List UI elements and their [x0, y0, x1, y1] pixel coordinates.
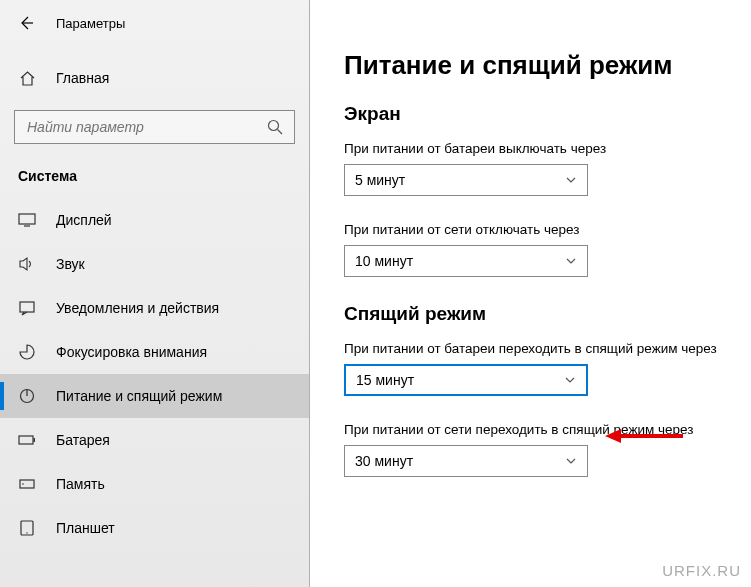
notifications-icon	[18, 299, 36, 317]
nav-label: Дисплей	[56, 212, 112, 228]
screen-plugged-label: При питании от сети отключать через	[344, 222, 751, 237]
sleep-plugged-label: При питании от сети переходить в спящий …	[344, 422, 751, 437]
nav-list: Дисплей Звук Уведомления и действия Фоку…	[0, 198, 309, 550]
battery-icon	[18, 431, 36, 449]
nav-label: Питание и спящий режим	[56, 388, 222, 404]
sidebar-item-display[interactable]: Дисплей	[0, 198, 309, 242]
nav-label: Уведомления и действия	[56, 300, 219, 316]
dropdown-value: 15 минут	[356, 372, 414, 388]
svg-point-1	[269, 121, 279, 131]
sleep-plugged-dropdown[interactable]: 30 минут	[344, 445, 588, 477]
nav-label: Звук	[56, 256, 85, 272]
svg-line-2	[278, 130, 283, 135]
screen-battery-label: При питании от батареи выключать через	[344, 141, 751, 156]
dropdown-value: 30 минут	[355, 453, 413, 469]
home-label: Главная	[56, 70, 109, 86]
nav-label: Батарея	[56, 432, 110, 448]
svg-rect-8	[19, 436, 33, 444]
power-icon	[18, 387, 36, 405]
chevron-down-icon	[565, 455, 577, 467]
svg-rect-5	[20, 302, 34, 312]
sidebar-item-home[interactable]: Главная	[0, 58, 309, 98]
dropdown-value: 10 минут	[355, 253, 413, 269]
sidebar-item-sound[interactable]: Звук	[0, 242, 309, 286]
chevron-down-icon	[564, 374, 576, 386]
search-input[interactable]	[14, 110, 295, 144]
chevron-down-icon	[565, 174, 577, 186]
sidebar-item-focus[interactable]: Фокусировка внимания	[0, 330, 309, 374]
svg-point-13	[26, 532, 27, 533]
screen-plugged-dropdown[interactable]: 10 минут	[344, 245, 588, 277]
watermark: URFIX.RU	[662, 562, 741, 579]
sidebar-item-tablet[interactable]: Планшет	[0, 506, 309, 550]
screen-battery-dropdown[interactable]: 5 минут	[344, 164, 588, 196]
focus-icon	[18, 343, 36, 361]
nav-label: Фокусировка внимания	[56, 344, 207, 360]
svg-rect-3	[19, 214, 35, 224]
search-icon	[266, 118, 284, 136]
sound-icon	[18, 255, 36, 273]
chevron-down-icon	[565, 255, 577, 267]
sidebar-item-storage[interactable]: Память	[0, 462, 309, 506]
main-content: Питание и спящий режим Экран При питании…	[310, 0, 751, 587]
page-heading: Питание и спящий режим	[344, 50, 751, 81]
section-label: Система	[0, 168, 309, 184]
sleep-battery-dropdown[interactable]: 15 минут	[344, 364, 588, 396]
sidebar: Параметры Главная Система Дисплей Звук	[0, 0, 310, 587]
header: Параметры	[0, 0, 309, 46]
nav-label: Память	[56, 476, 105, 492]
storage-icon	[18, 475, 36, 493]
svg-rect-9	[34, 438, 36, 442]
tablet-icon	[18, 519, 36, 537]
window-title: Параметры	[56, 16, 125, 31]
sidebar-item-battery[interactable]: Батарея	[0, 418, 309, 462]
search-field[interactable]	[25, 118, 245, 136]
back-icon[interactable]	[18, 15, 34, 31]
section-heading-sleep: Спящий режим	[344, 303, 751, 325]
svg-rect-10	[20, 480, 34, 488]
sidebar-item-power-sleep[interactable]: Питание и спящий режим	[0, 374, 309, 418]
nav-label: Планшет	[56, 520, 115, 536]
sidebar-item-notifications[interactable]: Уведомления и действия	[0, 286, 309, 330]
home-icon	[18, 69, 36, 87]
dropdown-value: 5 минут	[355, 172, 405, 188]
section-heading-screen: Экран	[344, 103, 751, 125]
svg-point-11	[22, 483, 24, 485]
display-icon	[18, 211, 36, 229]
sleep-battery-label: При питании от батареи переходить в спящ…	[344, 341, 751, 356]
